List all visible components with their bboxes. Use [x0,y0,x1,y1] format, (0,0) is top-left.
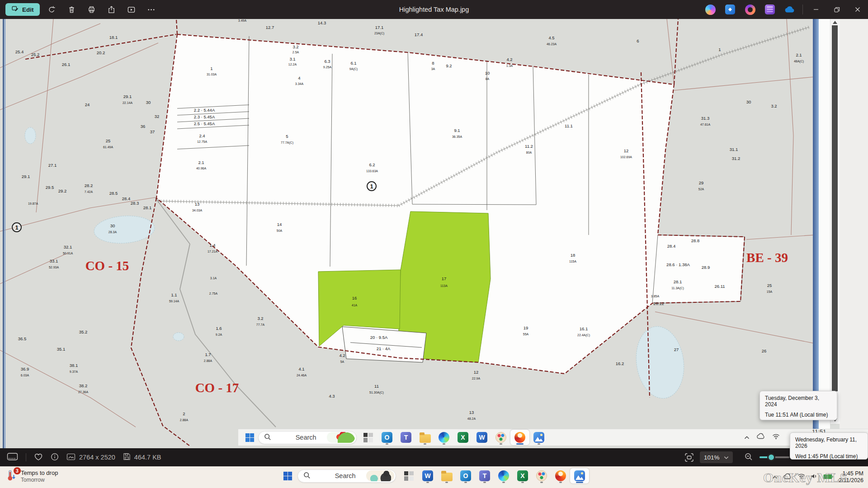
inner-clock-tooltip: Tuesday, December 3, 2024 Tue 11:51 AM (… [760,391,837,420]
svg-text:1: 1 [210,66,212,71]
print-icon[interactable] [84,3,99,16]
photos-icon[interactable] [570,468,589,483]
weather-widget[interactable]: 3 Temps to drop Tomorrow [5,469,58,483]
share-icon[interactable] [104,3,119,16]
photos-icon[interactable] [529,430,548,445]
clock-time: 1:45 PM [839,470,863,477]
scrollbar-thumb[interactable] [832,25,838,391]
svg-text:16.2: 16.2 [616,361,624,366]
minimize-icon[interactable] [806,0,826,19]
close-icon[interactable] [847,0,868,19]
cloud-icon[interactable] [783,473,792,482]
filesize-icon [123,453,131,462]
svg-text:5A: 5A [340,360,344,363]
word-icon[interactable]: W [472,430,491,445]
chevron-up-icon[interactable] [772,473,778,481]
outlook-icon[interactable]: O [377,430,396,445]
restore-icon[interactable] [826,0,847,19]
edge-icon[interactable] [434,430,453,445]
svg-text:11.2: 11.2 [525,144,533,149]
speaker-icon[interactable] [811,473,818,481]
zoom-out-icon[interactable] [744,452,753,463]
svg-text:77.7A: 77.7A [256,323,265,326]
svg-text:25: 25 [767,283,772,288]
svg-text:20.2: 20.2 [97,50,105,55]
wifi-icon[interactable] [772,433,780,441]
svg-text:36: 36 [141,124,146,129]
weather-headline: Temps to drop [21,469,58,476]
svg-text:6.1: 6.1 [350,61,356,66]
copilot-icon[interactable] [700,0,720,19]
edge-icon[interactable] [494,468,513,483]
grid-app-icon[interactable] [399,468,418,483]
onedrive-sync-icon[interactable] [756,433,765,441]
excel-icon[interactable]: X [513,468,532,483]
svg-text:2.3 · 5.45A: 2.3 · 5.45A [194,114,215,119]
zoom-slider-handle[interactable] [767,453,775,461]
excel-icon[interactable]: X [453,430,472,445]
svg-text:18: 18 [571,253,576,258]
outlook-icon[interactable]: O [456,468,475,483]
gallery-icon[interactable] [760,0,780,19]
svg-text:26.1: 26.1 [62,62,71,67]
svg-text:21 · 4A: 21 · 4A [377,346,391,351]
window-title: Highlighted Tax Map.jpg [399,0,469,19]
svg-text:29.1: 29.1 [123,94,132,99]
inner-search-placeholder: Search [296,434,324,441]
svg-text:18.1: 18.1 [109,35,118,40]
clipchamp-icon[interactable] [740,0,760,19]
edit-button[interactable]: Edit [5,3,40,16]
svg-text:9.2A: 9.2A [216,333,222,336]
orange-app-icon[interactable] [510,430,529,445]
thermometer-icon: 3 [5,469,17,483]
slideshow-icon[interactable] [124,3,139,16]
svg-text:11.3A(C): 11.3A(C) [671,286,684,290]
svg-text:9.1: 9.1 [454,128,460,133]
tax-map-image: 11131.03A14.312.73.49A3.22.5A3.112.2A43.… [0,19,868,448]
favorite-heart-icon[interactable] [34,453,43,462]
delete-icon[interactable] [64,3,80,16]
orange-app-icon[interactable] [551,468,570,483]
scroll-up-icon[interactable] [833,21,837,24]
svg-text:24: 24 [85,102,90,107]
svg-text:22.14A: 22.14A [123,101,133,104]
search-input[interactable]: Search [297,469,396,483]
svg-text:19: 19 [524,325,528,330]
word-icon[interactable]: W [418,468,437,483]
teams-icon[interactable]: T [396,430,415,445]
chevron-up-icon[interactable] [744,433,750,441]
file-explorer-icon[interactable] [437,468,456,483]
designer-icon[interactable] [720,0,740,19]
teams-icon[interactable]: T [475,468,494,483]
system-tooltip-date: Wednesday, February 11, 2026 [795,436,863,449]
taskbar-clock[interactable]: 1:45 PM 2/11/2026 [839,470,863,484]
fit-screen-icon[interactable] [684,453,694,464]
scrollbar[interactable] [830,19,840,424]
svg-text:13: 13 [195,202,200,206]
file-explorer-icon[interactable] [415,430,434,445]
grid-app-icon[interactable] [359,430,377,445]
zoom-level-dropdown[interactable]: 101% [700,451,733,463]
search-icon [264,433,292,442]
rotate-icon[interactable] [44,3,60,16]
svg-text:31.3: 31.3 [701,116,710,121]
paint-icon[interactable] [532,468,551,483]
paint-icon[interactable] [491,430,510,445]
onedrive-icon[interactable] [780,0,800,19]
inner-start-button[interactable] [241,430,258,445]
search-placeholder: Search [335,472,363,479]
start-button[interactable] [279,468,296,483]
battery-icon[interactable] [823,473,833,481]
svg-text:13: 13 [469,410,474,415]
wifi-icon[interactable] [797,473,805,481]
photos-titlebar: Edit Highlighted Tax Map.jpg [0,0,868,19]
svg-text:46.23A: 46.23A [547,42,557,46]
more-icon[interactable] [144,3,159,16]
inner-search-input[interactable]: Search [258,431,357,444]
svg-text:38.1: 38.1 [70,363,78,368]
info-icon[interactable] [51,453,59,462]
svg-text:27.1: 27.1 [48,163,57,168]
svg-text:12.75A: 12.75A [197,140,208,143]
zoom-slider[interactable] [760,456,789,458]
filmstrip-icon[interactable] [7,452,18,462]
